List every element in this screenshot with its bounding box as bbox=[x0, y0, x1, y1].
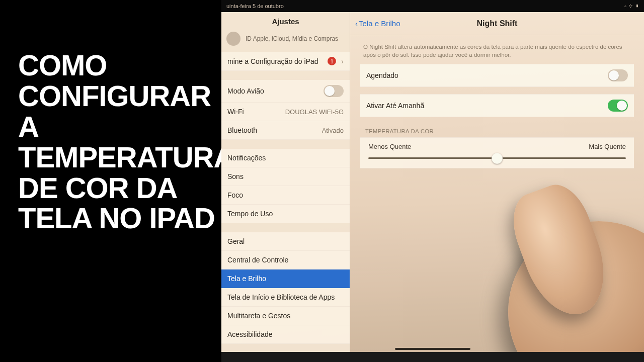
general-row[interactable]: Geral bbox=[221, 232, 350, 251]
notifications-row[interactable]: Notificações bbox=[221, 149, 350, 167]
page-title: Night Shift bbox=[477, 19, 518, 28]
slider-knob[interactable] bbox=[492, 153, 503, 164]
more-warm-label: Mais Quente bbox=[589, 143, 626, 150]
home-indicator[interactable] bbox=[395, 348, 470, 350]
back-button[interactable]: ‹ Tela e Brilho bbox=[355, 19, 400, 28]
activate-label: Ativar Até Amanhã bbox=[366, 102, 424, 110]
airplane-mode-row[interactable]: Modo Avião bbox=[221, 80, 350, 103]
wifi-value: DOUGLAS WIFI-5G bbox=[285, 108, 344, 116]
video-title-text: COMO CONFIGURAR A TEMPERATURA DE COR DA … bbox=[18, 50, 233, 234]
status-date: uinta-feira 5 de outubro bbox=[226, 3, 284, 9]
color-temp-header: TEMPERATURA DA COR bbox=[350, 117, 644, 137]
chevron-left-icon: ‹ bbox=[355, 19, 358, 28]
finish-setup-row[interactable]: mine a Configuração do iPad 1 › bbox=[221, 52, 350, 71]
notification-badge: 1 bbox=[328, 57, 336, 65]
accessibility-label: Acessibilidade bbox=[227, 330, 273, 338]
less-warm-label: Menos Quente bbox=[368, 143, 411, 150]
detail-pane: ‹ Tela e Brilho Night Shift O Night Shif… bbox=[350, 12, 644, 352]
control-center-row[interactable]: Central de Controle bbox=[221, 251, 350, 269]
general-label: Geral bbox=[227, 237, 245, 245]
scheduled-toggle[interactable] bbox=[608, 69, 628, 81]
sounds-label: Sons bbox=[227, 172, 244, 180]
bluetooth-value: Ativado bbox=[322, 127, 344, 134]
status-bar: uinta-feira 5 de outubro ◦ ᯤ ▮ bbox=[221, 0, 644, 12]
bluetooth-label: Bluetooth bbox=[227, 126, 257, 134]
activate-until-tomorrow-row[interactable]: Ativar Até Amanhã bbox=[360, 95, 634, 117]
settings-sidebar[interactable]: Ajustes ID Apple, iCloud, Mídia e Compra… bbox=[221, 12, 350, 352]
apple-id-row[interactable]: ID Apple, iCloud, Mídia e Compras bbox=[221, 29, 350, 52]
video-title-panel: COMO CONFIGURAR A TEMPERATURA DE COR DA … bbox=[0, 0, 221, 362]
scheduled-label: Agendado bbox=[366, 71, 398, 79]
home-screen-label: Tela de Início e Biblioteca de Apps bbox=[227, 293, 335, 301]
ipad-frame: uinta-feira 5 de outubro ◦ ᯤ ▮ Ajustes I… bbox=[221, 0, 644, 362]
focus-row[interactable]: Foco bbox=[221, 186, 350, 205]
wifi-label: Wi-Fi bbox=[227, 108, 244, 116]
control-center-label: Central de Controle bbox=[227, 256, 288, 264]
finish-setup-label: mine a Configuração do iPad bbox=[227, 57, 318, 65]
sounds-row[interactable]: Sons bbox=[221, 167, 350, 186]
ipad-screen: Ajustes ID Apple, iCloud, Mídia e Compra… bbox=[221, 12, 644, 352]
screentime-row[interactable]: Tempo de Uso bbox=[221, 205, 350, 223]
multitasking-row[interactable]: Multitarefa e Gestos bbox=[221, 307, 350, 325]
chevron-right-icon: › bbox=[341, 57, 344, 65]
focus-label: Foco bbox=[227, 191, 243, 199]
multitasking-label: Multitarefa e Gestos bbox=[227, 312, 290, 320]
status-icons: ◦ ᯤ ▮ bbox=[624, 3, 639, 10]
activate-toggle[interactable] bbox=[608, 100, 628, 112]
airplane-toggle[interactable] bbox=[324, 85, 344, 97]
wifi-row[interactable]: Wi-Fi DOUGLAS WIFI-5G bbox=[221, 103, 350, 121]
color-temperature-slider-card: Menos Quente Mais Quente bbox=[360, 137, 634, 168]
nav-bar: ‹ Tela e Brilho Night Shift bbox=[350, 12, 644, 35]
scheduled-row[interactable]: Agendado bbox=[360, 64, 634, 86]
screentime-label: Tempo de Uso bbox=[227, 210, 273, 218]
airplane-label: Modo Avião bbox=[227, 87, 264, 95]
accessibility-row[interactable]: Acessibilidade bbox=[221, 325, 350, 344]
night-shift-description: O Night Shift altera automaticamente as … bbox=[350, 35, 644, 64]
notifications-label: Notificações bbox=[227, 154, 266, 162]
display-brightness-row[interactable]: Tela e Brilho bbox=[221, 269, 350, 288]
apple-id-subtitle: ID Apple, iCloud, Mídia e Compras bbox=[246, 35, 338, 42]
home-screen-row[interactable]: Tela de Início e Biblioteca de Apps bbox=[221, 288, 350, 307]
back-label: Tela e Brilho bbox=[359, 19, 400, 28]
sidebar-title: Ajustes bbox=[221, 12, 350, 29]
bluetooth-row[interactable]: Bluetooth Ativado bbox=[221, 121, 350, 140]
display-brightness-label: Tela e Brilho bbox=[227, 275, 266, 283]
color-temperature-slider[interactable] bbox=[368, 157, 626, 159]
avatar bbox=[226, 32, 240, 46]
